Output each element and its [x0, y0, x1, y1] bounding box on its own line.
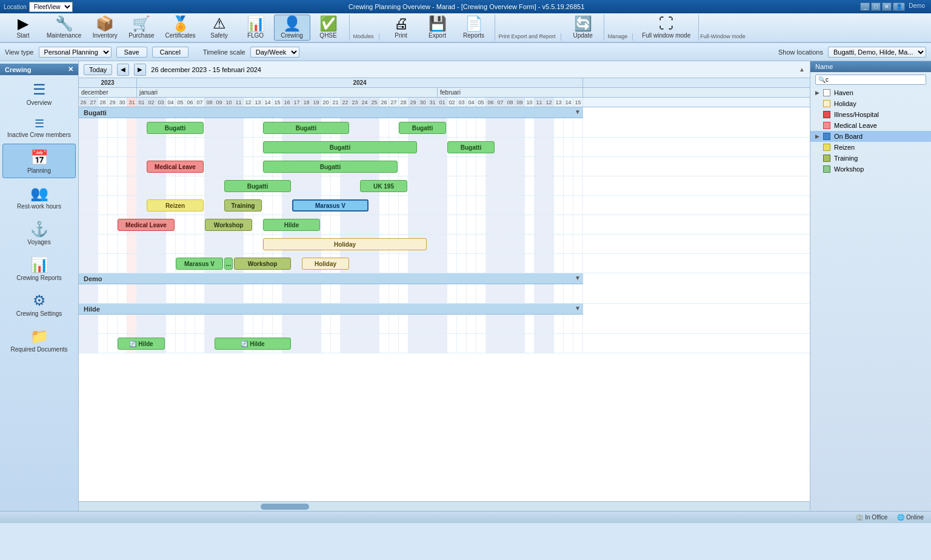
right-panel-title: Name: [815, 63, 833, 70]
grid-cell: [205, 334, 215, 353]
qhse-button[interactable]: ✅ QHSE: [310, 15, 347, 41]
grid-cell: [98, 215, 108, 234]
timeline-scale-select[interactable]: Day/Week Month Year: [250, 47, 299, 58]
calendar-event[interactable]: 🔄 Hilde: [118, 338, 165, 350]
calendar-event[interactable]: Bugatti: [263, 161, 398, 173]
calendar-event[interactable]: Bugatti: [147, 122, 204, 134]
calendar-event[interactable]: Bugatti: [224, 180, 291, 192]
sidebar-item-voyages[interactable]: ⚓ Voyages: [2, 215, 76, 250]
legend-reizen[interactable]: ▶ Reizen: [810, 142, 931, 153]
on-board-label: On Board: [834, 133, 863, 140]
cancel-button[interactable]: Cancel: [152, 47, 189, 58]
minimize-button[interactable]: _: [860, 2, 870, 11]
day-cell: 30: [418, 98, 428, 107]
start-button[interactable]: ▶ Start: [5, 15, 41, 41]
calendar-event[interactable]: Reizen: [147, 199, 204, 212]
grid-cell: [108, 176, 118, 195]
grid-cell: [195, 138, 205, 156]
legend-on-board[interactable]: ▶ On Board: [810, 131, 931, 142]
calendar-event[interactable]: Bugatti: [263, 122, 349, 134]
right-search-input[interactable]: [815, 75, 926, 85]
grid-cell: [205, 284, 215, 303]
location-select[interactable]: FleetView: [29, 2, 73, 12]
prev-button[interactable]: ◀: [117, 64, 129, 76]
grid-cell: [234, 118, 244, 137]
legend-holiday[interactable]: ▶ Holiday: [810, 98, 931, 109]
sidebar-item-crewing-settings[interactable]: ⚙ Crewing Settings: [2, 287, 76, 321]
day-cell: 03: [457, 98, 467, 107]
training-label: Training: [834, 155, 858, 162]
sidebar-item-rest-work[interactable]: 👥 Rest-work hours: [2, 179, 76, 214]
horizontal-scrollbar[interactable]: [79, 501, 810, 511]
legend-training[interactable]: ▶ Training: [810, 153, 931, 164]
legend-workshop[interactable]: ▶ Workshop: [810, 164, 931, 175]
calendar-event[interactable]: Holiday: [263, 238, 427, 250]
calendar-event[interactable]: Workshop: [205, 219, 252, 231]
calendar-row: [79, 284, 810, 304]
calendar-event[interactable]: Workshop: [234, 258, 291, 270]
save-button[interactable]: Save: [116, 47, 147, 58]
resource-scroll-icon[interactable]: ▼: [575, 108, 581, 115]
view-type-select[interactable]: Personal Planning Vessel Planning: [39, 47, 112, 58]
grid-cell: [137, 284, 147, 303]
calendar-event[interactable]: Marasus V: [176, 258, 223, 270]
sidebar-item-inactive[interactable]: ☰ Inactive Crew members: [2, 112, 76, 142]
crewing-button[interactable]: 👤 Crewing: [274, 15, 310, 41]
calendar-event[interactable]: Bugatti: [263, 141, 417, 153]
user-icon[interactable]: 👤: [893, 2, 905, 11]
grid-cell: [544, 157, 554, 176]
restore-button[interactable]: □: [871, 2, 881, 11]
calendar-event[interactable]: Holiday: [302, 258, 349, 270]
today-button[interactable]: Today: [84, 64, 112, 75]
show-locations-select[interactable]: Bugatti, Demo, Hilde, Ma...: [828, 47, 926, 58]
safety-button[interactable]: ⚠ Safety: [201, 15, 238, 41]
row-cells: [79, 284, 583, 303]
sidebar-item-planning[interactable]: 📅 Planning: [2, 144, 76, 178]
legend-haven[interactable]: ▶ Haven: [810, 87, 931, 98]
day-cell: 27: [88, 98, 98, 107]
fullwindow-button[interactable]: ⛶ Full window mode: [636, 15, 696, 41]
resource-scroll-icon[interactable]: ▼: [575, 305, 581, 312]
export-button[interactable]: 💾 Export: [419, 15, 456, 41]
grid-cell: [108, 118, 118, 137]
calendar-event[interactable]: UK 195: [360, 180, 407, 192]
calendar-event[interactable]: Bugatti: [399, 122, 446, 134]
day-cell: 14: [564, 98, 573, 107]
calendar-grid-container[interactable]: 20232024decemberjanuarifebruari262728293…: [79, 78, 810, 501]
calendar-event[interactable]: Medical Leave: [118, 219, 175, 231]
calendar-event[interactable]: 🔄 Hilde: [215, 338, 291, 350]
grid-cell: [88, 215, 98, 234]
sidebar-collapse-icon[interactable]: ✕: [68, 65, 73, 73]
calendar-event[interactable]: Training: [224, 199, 262, 212]
maintenance-button[interactable]: 🔧 Maintenance: [41, 15, 87, 41]
calendar-event[interactable]: Hilde: [263, 219, 320, 231]
grid-cell: [79, 254, 88, 273]
sidebar-item-required-documents[interactable]: 📁 Required Documents: [2, 322, 76, 357]
close-button[interactable]: ✕: [882, 2, 892, 11]
legend-illness[interactable]: ▶ Illness/Hospital: [810, 109, 931, 120]
scroll-up-icon[interactable]: ▲: [799, 66, 805, 73]
calendar-event[interactable]: Bugatti: [447, 141, 495, 153]
reports-button[interactable]: 📄 Reports: [456, 15, 492, 41]
flgo-button[interactable]: 📊 FLGO: [238, 15, 274, 41]
update-button[interactable]: 🔄 Update: [565, 15, 601, 41]
calendar-event[interactable]: Medical Leave: [147, 161, 204, 173]
grid-cell: [476, 254, 486, 273]
legend-medical-leave[interactable]: ▶ Medical Leave: [810, 120, 931, 131]
inventory-button[interactable]: 📦 Inventory: [87, 15, 123, 41]
resource-scroll-icon[interactable]: ▼: [575, 275, 581, 281]
print-button[interactable]: 🖨 Print: [383, 15, 419, 41]
grid-cell: [127, 254, 137, 273]
purchase-button[interactable]: 🛒 Purchase: [123, 15, 159, 41]
calendar-event[interactable]: ...: [224, 258, 233, 270]
certificates-button[interactable]: 🏅 Certificates: [160, 15, 201, 41]
scrollbar-thumb[interactable]: [261, 504, 309, 510]
grid-cell: [525, 157, 535, 176]
next-button[interactable]: ▶: [134, 64, 146, 76]
sidebar-item-overview[interactable]: ☰ Overview: [2, 76, 76, 110]
grid-cell: [535, 196, 544, 215]
grid-cell: [185, 334, 195, 353]
sidebar-item-crewing-reports[interactable]: 📊 Crewing Reports: [2, 251, 76, 285]
calendar-event[interactable]: Marasus V: [292, 199, 369, 212]
update-label: Update: [573, 32, 593, 39]
